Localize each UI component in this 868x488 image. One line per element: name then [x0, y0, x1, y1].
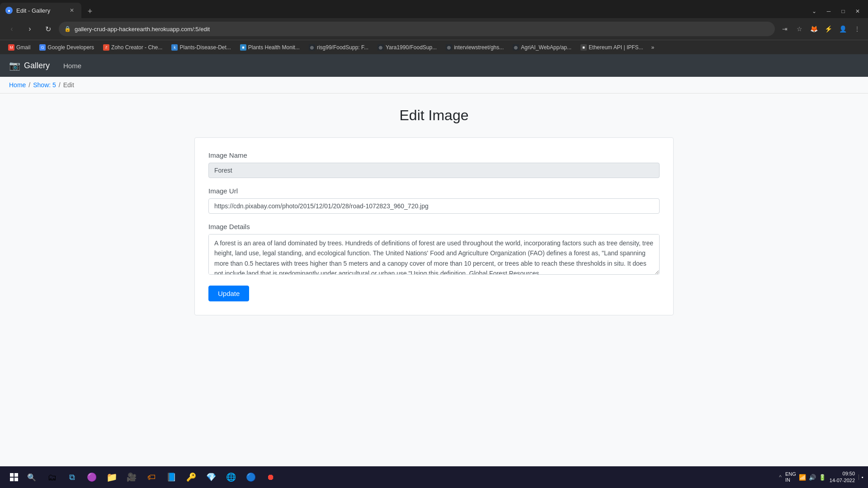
- lang-secondary: IN: [785, 477, 796, 483]
- app-brand: 📷 Gallery: [9, 60, 50, 71]
- battery-icon[interactable]: 🔋: [819, 474, 826, 481]
- taskbar-task-view[interactable]: ⧉: [62, 468, 81, 487]
- bookmark-plants-disease[interactable]: k Plants-Disease-Det...: [168, 43, 234, 52]
- taskbar-apps: 🗂 ⧉ 🟣 📁 🎥 🏷 📘 🔑 💎 🌐 🔵 ⏺: [42, 468, 280, 487]
- image-name-input[interactable]: [208, 163, 660, 178]
- bookmark-label: AgriAI_WebApp/ap...: [521, 44, 571, 51]
- new-tab-button[interactable]: +: [83, 5, 97, 18]
- taskbar-record[interactable]: ⏺: [261, 468, 280, 487]
- browser-actions: ⇥ ☆ 🦊 ⚡ 👤 ⋮: [778, 23, 863, 35]
- tab-controls: ⌄ ─ □ ✕: [807, 5, 868, 18]
- bookmark-gmail[interactable]: M Gmail: [5, 43, 34, 52]
- image-details-label: Image Details: [208, 223, 660, 230]
- menu-button[interactable]: ⋮: [851, 23, 863, 35]
- taskbar-meet-app[interactable]: 🟣: [82, 468, 101, 487]
- active-tab[interactable]: ● Edit - Gallery ✕: [0, 3, 81, 18]
- wifi-icon[interactable]: 📶: [799, 474, 806, 481]
- tab-favicon: ●: [5, 7, 13, 14]
- volume-icon[interactable]: 🔊: [809, 474, 816, 481]
- bookmark-label: Plants Health Monit...: [248, 44, 300, 51]
- zoho-favicon: Z: [103, 44, 109, 51]
- breadcrumb: Home / Show: 5 / Edit: [0, 77, 868, 94]
- page-content: Edit Image Image Name Image Url Image De…: [0, 94, 868, 466]
- address-bar[interactable]: 🔒 gallery-crud-app-hackerearth.herokuapp…: [59, 22, 775, 36]
- taskbar-vs-code[interactable]: 💎: [202, 468, 221, 487]
- bookmark-agriai[interactable]: ◎ AgriAI_WebApp/ap...: [509, 43, 575, 52]
- brand-icon: 📷: [9, 60, 20, 71]
- taskbar: 🔍 🗂 ⧉ 🟣 📁 🎥 🏷 📘 🔑 💎 🌐 🔵 ⏺ ^ ENG IN 📶 🔊 🔋…: [0, 466, 868, 488]
- browser-chrome: ● Edit - Gallery ✕ + ⌄ ─ □ ✕ ‹ › ↻ 🔒 gal…: [0, 0, 868, 54]
- taskbar-chromium[interactable]: 🔵: [241, 468, 260, 487]
- bookmark-foodsupp2[interactable]: ◎ Yara1990/FoodSup...: [374, 43, 440, 52]
- bookmark-google-dev[interactable]: G Google Developers: [36, 43, 98, 52]
- taskbar-chrome[interactable]: 🌐: [222, 468, 241, 487]
- bookmark-label: Gmail: [16, 44, 30, 51]
- taskbar-file-explorer[interactable]: 🗂: [42, 468, 61, 487]
- breadcrumb-home[interactable]: Home: [9, 81, 26, 89]
- extension-fox-button[interactable]: 🦊: [807, 23, 820, 35]
- taskbar-right: ^ ENG IN 📶 🔊 🔋 09:50 14-07-2022 ▪: [779, 470, 863, 484]
- show-desktop-button[interactable]: ▪: [859, 474, 863, 480]
- ethereum-favicon: ■: [580, 44, 587, 51]
- taskbar-yellow-app[interactable]: 🔑: [182, 468, 201, 487]
- minimize-button[interactable]: ─: [822, 5, 835, 18]
- image-url-group: Image Url: [208, 187, 660, 214]
- nav-home-link[interactable]: Home: [59, 59, 86, 72]
- bookmark-foodsupp1[interactable]: ◎ risg99/FoodSupp: F...: [305, 43, 372, 52]
- taskbar-notification-chevron[interactable]: ^: [779, 474, 782, 480]
- bookmark-zoho[interactable]: Z Zoho Creator - Che...: [99, 43, 166, 52]
- taskbar-search-button[interactable]: 🔍: [24, 469, 40, 485]
- breadcrumb-sep-1: /: [28, 81, 30, 89]
- start-button[interactable]: [5, 468, 24, 487]
- image-details-textarea[interactable]: A forest is an area of land dominated by…: [208, 234, 660, 275]
- clock-date: 14-07-2022: [830, 478, 855, 483]
- gmail-favicon: M: [8, 44, 14, 51]
- brand-name: Gallery: [24, 61, 50, 70]
- profile-button[interactable]: 👤: [836, 23, 849, 35]
- bookmarks-bar: M Gmail G Google Developers Z Zoho Creat…: [0, 40, 868, 54]
- forward-button[interactable]: ›: [23, 22, 37, 36]
- update-button[interactable]: Update: [208, 286, 249, 301]
- close-window-button[interactable]: ✕: [851, 5, 864, 18]
- taskbar-video-call[interactable]: 🎥: [122, 468, 141, 487]
- bookmark-interviewstreet[interactable]: ◎ interviewstreet/ghs...: [442, 43, 507, 52]
- tab-list-button[interactable]: ⌄: [807, 5, 821, 18]
- address-text: gallery-crud-app-hackerearth.herokuapp.c…: [75, 26, 769, 33]
- maximize-button[interactable]: □: [836, 5, 850, 18]
- taskbar-lang: ENG IN: [785, 471, 796, 483]
- interviewstreet-favicon: ◎: [446, 44, 452, 51]
- bookmark-ethereum[interactable]: ■ Ethereum API | IPFS...: [577, 43, 647, 52]
- image-name-label: Image Name: [208, 151, 660, 159]
- bookmark-label: risg99/FoodSupp: F...: [317, 44, 368, 51]
- close-tab-button[interactable]: ✕: [68, 6, 76, 14]
- taskbar-clock: 09:50 14-07-2022: [830, 470, 855, 484]
- windows-logo: [10, 473, 18, 481]
- taskbar-system-icons: ENG IN 📶 🔊 🔋: [785, 471, 826, 483]
- taskbar-blue-app[interactable]: 📘: [162, 468, 181, 487]
- bookmark-label: Ethereum API | IPFS...: [589, 44, 643, 51]
- image-name-group: Image Name: [208, 151, 660, 178]
- bookmark-label: Zoho Creator - Che...: [111, 44, 162, 51]
- bookmark-plants-health[interactable]: ■ Plants Health Monit...: [236, 43, 303, 52]
- breadcrumb-show5[interactable]: Show: 5: [33, 81, 56, 89]
- tab-bar: ● Edit - Gallery ✕ + ⌄ ─ □ ✕: [0, 0, 868, 18]
- back-button[interactable]: ‹: [5, 22, 19, 36]
- agriai-favicon: ◎: [513, 44, 519, 51]
- more-bookmarks-button[interactable]: »: [649, 43, 657, 52]
- address-bar-row: ‹ › ↻ 🔒 gallery-crud-app-hackerearth.her…: [0, 18, 868, 40]
- google-dev-favicon: G: [39, 44, 46, 51]
- cast-button[interactable]: ⇥: [778, 23, 791, 35]
- page-title: Edit Image: [9, 107, 859, 124]
- extensions-button[interactable]: ⚡: [822, 23, 835, 35]
- app-navbar: 📷 Gallery Home: [0, 54, 868, 77]
- bookmark-label: Plants-Disease-Det...: [179, 44, 231, 51]
- reload-button[interactable]: ↻: [41, 22, 55, 36]
- foodsupp2-favicon: ◎: [377, 44, 384, 51]
- taskbar-folder[interactable]: 📁: [102, 468, 121, 487]
- plants-favicon: k: [171, 44, 178, 51]
- bookmark-button[interactable]: ☆: [793, 23, 806, 35]
- lang-primary: ENG: [785, 471, 796, 477]
- image-url-input[interactable]: [208, 198, 660, 214]
- lock-icon: 🔒: [64, 26, 71, 32]
- taskbar-db-app[interactable]: 🏷: [142, 468, 161, 487]
